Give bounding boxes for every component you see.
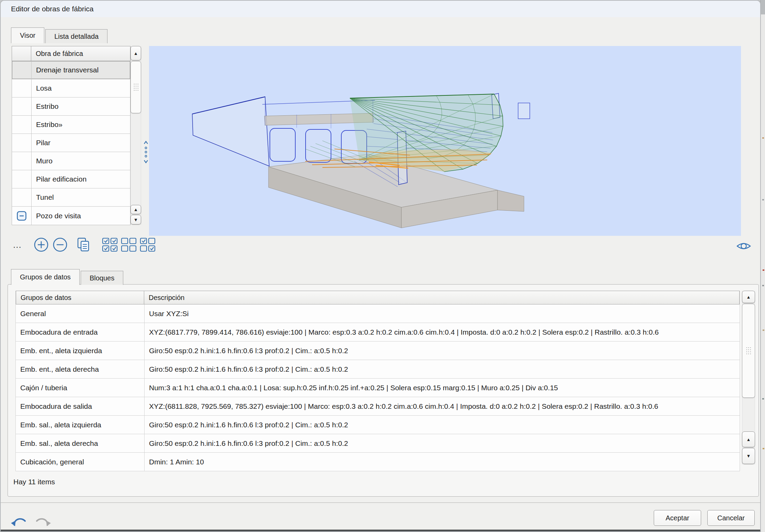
list-item-expander-cell[interactable] <box>12 207 32 225</box>
3d-viewer[interactable] <box>149 46 741 236</box>
list-item-expander-cell[interactable] <box>12 152 32 170</box>
fabric-list-header-stub <box>12 46 31 61</box>
data-tabstrip: Grupos de datos Bloques <box>11 269 124 285</box>
list-item[interactable]: Estribo <box>12 97 130 116</box>
table-row[interactable]: Emb. ent., aleta derecha Giro:50 esp:0.2… <box>16 360 740 379</box>
list-item[interactable]: Tunel <box>12 188 130 207</box>
tab-lista-detallada[interactable]: Lista detallada <box>45 29 107 43</box>
scroll-up-icon[interactable]: ▲ <box>130 46 141 60</box>
redo-button[interactable] <box>34 514 52 529</box>
table-cell-description: Giro:50 esp:0.2 h.ini:1.6 h.fin:0.6 l:3 … <box>144 342 740 360</box>
tab-visor-label: Visor <box>20 32 35 39</box>
scrollbar-thumb[interactable] <box>130 61 141 113</box>
background-app-pixels <box>762 137 764 139</box>
column-header-descripcion: Descripción <box>144 291 740 304</box>
undo-button[interactable] <box>10 514 28 529</box>
tab-bloques[interactable]: Bloques <box>81 271 123 285</box>
table-cell-group: Cubicación, general <box>16 453 144 471</box>
preview-visibility-button[interactable] <box>735 240 752 252</box>
list-item-label: Pilar edificacion <box>32 170 130 188</box>
table-row[interactable]: General Usar XYZ:Si <box>16 304 740 323</box>
uncheck-all-button[interactable] <box>121 238 137 252</box>
list-item-expander-cell[interactable] <box>12 188 32 206</box>
remove-item-button[interactable] <box>52 237 68 253</box>
list-item-expander-cell[interactable] <box>12 61 32 79</box>
scroll-down-step-icon[interactable]: ▼ <box>130 215 141 224</box>
list-item[interactable]: Drenaje transversal <box>12 61 130 79</box>
cancel-button[interactable]: Cancelar <box>707 510 755 526</box>
data-groups-panel: Grupos de datos Descripción General Usar… <box>8 284 759 497</box>
tab-grupos-de-datos[interactable]: Grupos de datos <box>11 269 80 285</box>
splitter-dots-icon <box>145 146 147 158</box>
table-cell-group: Cajón / tuberia <box>16 379 144 397</box>
table-cell-description: XYZ:(6811.828, 7925.569, 785.327) esviaj… <box>144 397 740 415</box>
list-item-expander-cell[interactable] <box>12 79 32 97</box>
table-header-row: Grupos de datos Descripción <box>16 291 740 304</box>
list-item[interactable]: Pilar edificacion <box>12 170 130 188</box>
table-scrollbar: ▲ ▲ ▼ <box>742 291 755 464</box>
table-cell-description: Giro:50 esp:0.2 h.ini:1.6 h.fin:0.6 l:3 … <box>144 416 740 434</box>
fabric-list-scrollbar: ▲ ▲ ▼ <box>130 46 141 225</box>
footer-separator <box>1 502 761 503</box>
table-row[interactable]: Embocadura de entrada XYZ:(6817.779, 789… <box>16 323 740 342</box>
minus-circle-icon <box>52 237 68 253</box>
table-cell-description: Giro:50 esp:0.2 h.ini:1.6 h.fin:0.6 l:3 … <box>144 360 740 378</box>
collapse-node-icon[interactable] <box>16 211 27 221</box>
list-viewer-splitter[interactable] <box>142 137 150 167</box>
fabric-list-header-cell: Obra de fábrica <box>31 46 130 61</box>
background-app-sliver <box>760 0 765 532</box>
list-item[interactable]: Pilar <box>12 134 130 152</box>
list-item[interactable]: Losa <box>12 79 130 97</box>
table-cell-description: Giro:50 esp:0.2 h.ini:1.6 h.fin:0.6 l:3 … <box>144 434 740 452</box>
list-toolbar: ... <box>13 235 159 254</box>
list-item-expander-cell[interactable] <box>12 134 32 152</box>
list-item-label: Estribo <box>32 97 130 115</box>
list-item-label: Tunel <box>32 188 130 206</box>
table-cell-description: Usar XYZ:Si <box>144 304 740 323</box>
tab-visor[interactable]: Visor <box>11 27 44 43</box>
list-item-expander-cell[interactable] <box>12 116 32 134</box>
window-bottom-edge <box>1 530 760 531</box>
viewer-tabstrip: Visor Lista detallada <box>11 27 109 43</box>
scroll-up-icon[interactable]: ▲ <box>742 291 755 303</box>
invert-check-button[interactable] <box>140 238 156 252</box>
scroll-down-step-icon[interactable]: ▼ <box>742 448 755 464</box>
duplicate-item-button[interactable] <box>76 237 91 253</box>
table-cell-group: Emb. sal., aleta derecha <box>16 434 144 452</box>
table-row[interactable]: Emb. sal., aleta derecha Giro:50 esp:0.2… <box>16 434 740 453</box>
table-cell-group: Emb. ent., aleta derecha <box>16 360 144 378</box>
list-item[interactable]: Pozo de visita <box>12 207 130 225</box>
grid-checked-icon <box>102 238 118 252</box>
table-row[interactable]: Embocadura de salida XYZ:(6811.828, 7925… <box>16 397 740 416</box>
add-item-button[interactable] <box>33 237 49 253</box>
list-item-expander-cell[interactable] <box>12 170 32 188</box>
check-all-button[interactable] <box>102 238 118 252</box>
table-row[interactable]: Emb. sal., aleta izquierda Giro:50 esp:0… <box>16 416 740 434</box>
table-cell-group: Emb. ent., aleta izquierda <box>16 342 144 360</box>
scrollbar-thumb[interactable] <box>742 304 755 398</box>
table-cell-group: Embocadura de salida <box>16 397 144 415</box>
table-row[interactable]: Emb. ent., aleta izquierda Giro:50 esp:0… <box>16 342 740 360</box>
culvert-3d-model <box>149 46 741 236</box>
list-item-expander-cell[interactable] <box>12 97 32 115</box>
table-row[interactable]: Cajón / tuberia Num:3 a:1 h:1 cha.a:0.1 … <box>16 379 740 397</box>
list-item[interactable]: Estribo» <box>12 116 130 134</box>
more-options-button[interactable]: ... <box>13 241 22 248</box>
table-cell-description: XYZ:(6817.779, 7899.414, 786.616) esviaj… <box>144 323 740 341</box>
eye-icon <box>735 240 752 252</box>
undo-redo-group <box>10 514 52 529</box>
dialog-title: Editor de obras de fábrica <box>11 1 93 17</box>
table-cell-group: Embocadura de entrada <box>16 323 144 341</box>
scroll-up-step-icon[interactable]: ▲ <box>130 205 141 214</box>
list-item[interactable]: Muro <box>12 152 130 170</box>
column-header-grupos: Grupos de datos <box>16 291 144 304</box>
scroll-up-step-icon[interactable]: ▲ <box>742 431 755 447</box>
list-item-label: Muro <box>32 152 130 170</box>
accept-button[interactable]: Aceptar <box>654 510 701 526</box>
scrollbar-grip-dots <box>133 83 139 91</box>
fabric-list: Obra de fábrica Drenaje transversal <box>12 46 130 225</box>
editor-dialog: Editor de obras de fábrica Visor Lista d… <box>0 0 761 532</box>
list-item-label: Pilar <box>32 134 130 152</box>
redo-arrow-icon <box>34 514 52 529</box>
table-row[interactable]: Cubicación, general Dmin: 1 Amin: 10 <box>16 453 740 471</box>
